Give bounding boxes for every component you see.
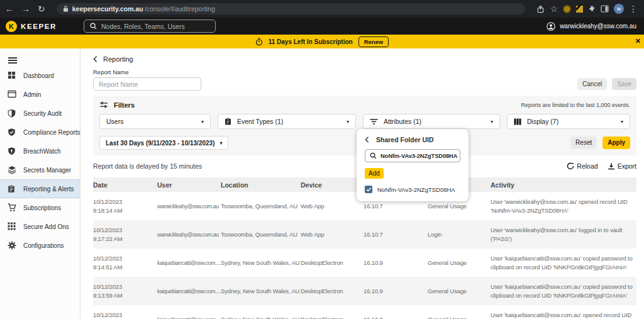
cell-user: warwickleahy@ssw.com.au	[157, 203, 221, 210]
account-menu[interactable]: warwickleahy@ssw.com.au	[547, 22, 644, 31]
filter-dropdown-users[interactable]: Users▾	[99, 114, 211, 129]
admin-search-input[interactable]: Nodes, Roles, Teams, Users	[84, 20, 216, 33]
cell-device: DesktopElectron	[301, 316, 364, 319]
cell-category: General Usage	[428, 203, 491, 210]
configurations-icon	[8, 241, 16, 250]
chevron-down-icon: ▾	[347, 119, 349, 125]
shared-folder-uid-popup: Shared Folder UID NoNfm-VAv3-2NZgTSD08HA…	[357, 129, 469, 201]
main-content: Reporting Report Name Cancel Save Filter…	[80, 48, 644, 319]
cell-location: Toowoomba, Queensland, AU	[221, 231, 301, 238]
sidebar-item-dashboard[interactable]: Dashboard	[0, 66, 80, 85]
sidebar-item-breachwatch[interactable]: BreachWatch	[0, 142, 80, 160]
limit-note: Reports are limited to the last 1,000 ev…	[521, 102, 630, 108]
sidebar-item-label: Secure Add Ons	[23, 223, 69, 230]
clipboard-icon	[225, 118, 231, 125]
cell-category: General Usage	[428, 288, 491, 294]
menu-toggle-icon[interactable]	[8, 57, 17, 59]
renew-button[interactable]: Renew	[358, 36, 389, 47]
profile-avatar[interactable]: w	[614, 4, 624, 14]
filter-dropdown-label: Display (7)	[527, 118, 558, 125]
date-range-value: Last 30 Days (9/11/2023 - 10/13/2023)	[106, 140, 214, 147]
sidebar-item-subscriptions[interactable]: Subscriptions	[0, 198, 80, 217]
reload-label: Reload	[577, 162, 597, 170]
chevron-down-icon: ▾	[201, 119, 204, 125]
sidebar-item-label: BreachWatch	[23, 148, 61, 155]
secure-add-ons-icon	[8, 222, 16, 231]
cancel-button[interactable]: Cancel	[577, 78, 607, 91]
bookmark-star-icon[interactable]: ☆	[550, 4, 558, 13]
extension-pen-icon[interactable]	[576, 6, 583, 13]
browser-toolbar: ← → ↻ keepersecurity.com.au/console/#aud…	[0, 0, 644, 18]
popup-back-nav[interactable]: Shared Folder UID	[365, 136, 460, 143]
apply-button[interactable]: Apply	[602, 137, 630, 149]
chevron-left-icon	[93, 56, 97, 62]
address-bar[interactable]: keepersecurity.com.au/console/#auditrepo…	[57, 3, 526, 14]
uid-search-input[interactable]: NoNfm-VAv3-2NZgTSD08HA	[365, 149, 460, 162]
filter-dropdown-attributes-1[interactable]: Attributes (1)▾	[363, 114, 500, 129]
save-button[interactable]: Save	[612, 78, 636, 91]
column-header: Activity	[491, 181, 636, 189]
table-row: 10/12/20239:14:51 AMkaiquebiancatti@ssw.…	[93, 249, 636, 277]
add-button[interactable]: Add	[365, 168, 384, 179]
cell-location: Sydney, New South Wales, AU	[221, 288, 301, 294]
search-placeholder: Nodes, Roles, Teams, Users	[101, 23, 185, 30]
funnel-icon	[370, 118, 378, 125]
sidebar-item-secrets-manager[interactable]: Secrets Manager	[0, 160, 80, 179]
filter-dropdown-label: Users	[106, 118, 123, 125]
download-icon	[608, 162, 615, 170]
filter-dropdown-display-7[interactable]: Display (7)▾	[507, 114, 630, 129]
column-header: Device	[301, 181, 364, 189]
column-header: Date	[93, 181, 157, 189]
cell-activity: User 'kaiquebiancatti@ssw.com.au' copied…	[491, 254, 636, 271]
uid-option-label: NoNfm-VAv3-2NZgTSD08HA	[377, 186, 455, 193]
subscription-banner: 11 Days Left In Subscription Renew ✕	[0, 35, 644, 48]
sidebar: DashboardAdminSecurity AuditCompliance R…	[0, 48, 80, 319]
columns-icon	[514, 118, 521, 125]
sidebar-item-label: Subscriptions	[23, 204, 61, 211]
banner-close-icon[interactable]: ✕	[635, 37, 641, 45]
extension-icon[interactable]	[563, 5, 571, 13]
cell-date: 10/12/20239:14:51 AM	[93, 254, 157, 272]
cell-category: Login	[428, 231, 491, 238]
uid-option[interactable]: NoNfm-VAv3-2NZgTSD08HA	[365, 186, 460, 193]
checkbox-checked-icon[interactable]	[365, 186, 372, 193]
sidebar-item-configurations[interactable]: Configurations	[0, 236, 80, 255]
breachwatch-icon	[8, 147, 16, 155]
report-name-input[interactable]	[93, 77, 201, 91]
puzzle-icon[interactable]	[588, 5, 596, 13]
sidebar-item-label: Compliance Reports	[23, 129, 80, 136]
date-range-dropdown[interactable]: Last 30 Days (9/11/2023 - 10/13/2023) ▾	[99, 136, 228, 150]
side-panel-icon[interactable]	[601, 5, 609, 13]
cell-date: 10/12/20239:13:55 AM	[93, 311, 157, 319]
filter-dropdown-event-types-1[interactable]: Event Types (1)▾	[218, 114, 356, 129]
account-email: warwickleahy@ssw.com.au	[560, 23, 636, 30]
reload-icon[interactable]: ↻	[38, 4, 45, 13]
search-icon	[370, 152, 377, 159]
reset-button[interactable]: Reset	[570, 137, 597, 149]
cell-user: warwickleahy@ssw.com.au	[157, 232, 221, 238]
secrets-manager-icon	[8, 165, 16, 174]
back-icon[interactable]: ←	[5, 4, 14, 13]
sidebar-item-compliance-reports[interactable]: Compliance Reports	[0, 123, 80, 142]
brand-name: KEEPER	[21, 23, 57, 30]
cell-version: 16.10.7	[364, 231, 428, 238]
sidebar-item-admin[interactable]: Admin	[0, 85, 80, 104]
sidebar-item-security-audit[interactable]: Security Audit	[0, 104, 80, 123]
lock-icon	[63, 6, 69, 12]
forward-icon[interactable]: →	[21, 4, 30, 13]
filter-dropdown-label: Attributes (1)	[384, 118, 421, 125]
menu-dots-icon[interactable]: ⋮	[629, 4, 638, 13]
cell-date: 10/12/20239:17:22 AM	[93, 226, 157, 243]
export-action[interactable]: Export	[608, 162, 636, 170]
chevron-down-icon: ▾	[621, 119, 623, 125]
share-icon[interactable]	[536, 5, 545, 13]
cell-location: Sydney, New South Wales, AU	[221, 316, 301, 319]
cell-category: General Usage	[428, 316, 491, 319]
sidebar-item-secure-add-ons[interactable]: Secure Add Ons	[0, 217, 80, 236]
reload-action[interactable]: Reload	[567, 162, 597, 170]
back-nav[interactable]: Reporting	[93, 55, 636, 63]
sidebar-item-reporting-alerts[interactable]: Reporting & Alerts	[0, 179, 80, 198]
uid-search-value: NoNfm-VAv3-2NZgTSD08HA	[380, 153, 457, 159]
person-icon	[547, 22, 555, 31]
cell-version: 16.10.9	[364, 259, 428, 266]
